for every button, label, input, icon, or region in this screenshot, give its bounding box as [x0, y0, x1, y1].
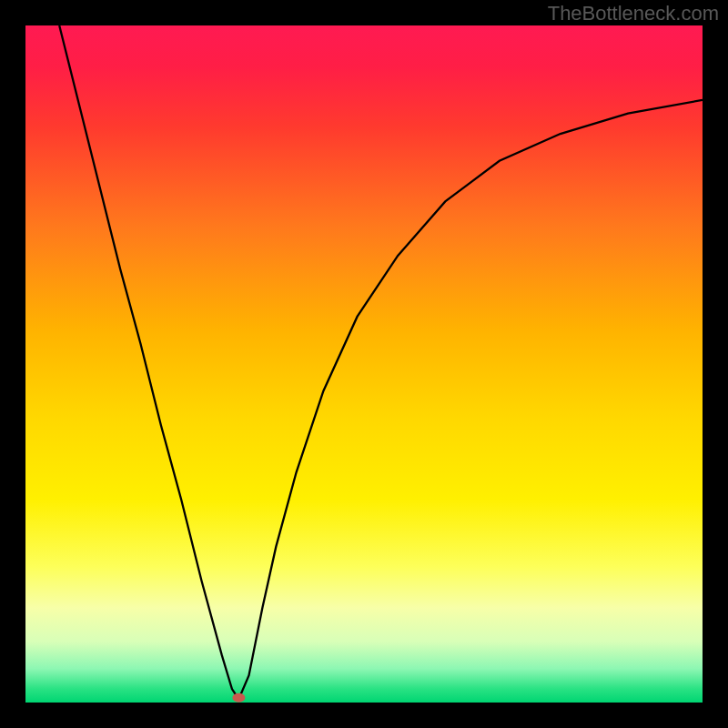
curve-left-branch [59, 25, 238, 699]
plot-area [25, 25, 703, 703]
curve-layer [25, 25, 703, 703]
minimum-marker [232, 693, 245, 703]
curve-right-branch [238, 100, 703, 699]
watermark-text: TheBottleneck.com [548, 2, 719, 25]
